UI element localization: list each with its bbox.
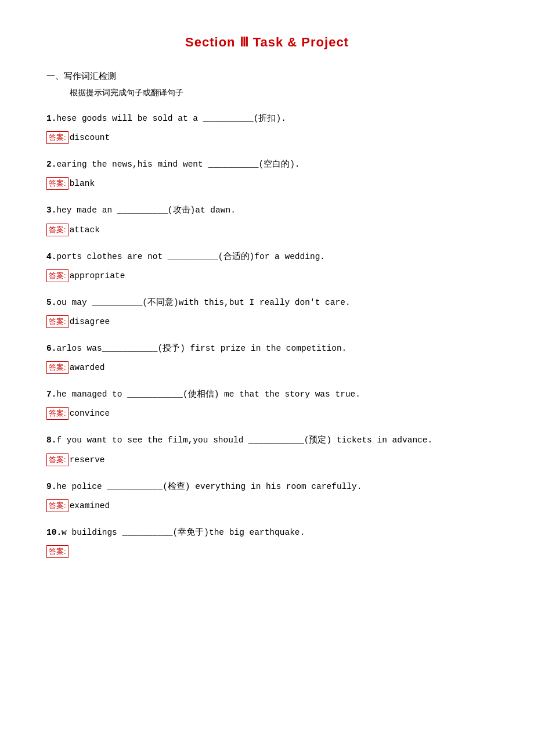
- question-block: 7.he managed to ___________(使相信) me that…: [46, 388, 488, 422]
- question-text: 8.f you want to see the film,you should …: [46, 434, 488, 447]
- question-number: 2.: [46, 160, 56, 169]
- question-number: 8.: [46, 435, 56, 445]
- question-text: 3.hey made an __________(攻击)at dawn.: [46, 204, 488, 217]
- question-number: 4.: [46, 252, 56, 261]
- question-block: 9.he police ___________(检查) everything i…: [46, 480, 488, 514]
- answer-tag: 答案:appropriate: [46, 269, 125, 282]
- question-block: 1.hese goods will be sold at a _________…: [46, 112, 488, 146]
- question-block: 3.hey made an __________(攻击)at dawn.答案:a…: [46, 204, 488, 238]
- question-text: 5.ou may __________(不同意)with this,but I …: [46, 296, 488, 309]
- answer-tag: 答案:awarded: [46, 361, 105, 374]
- answer-tag: 答案:discount: [46, 131, 110, 144]
- questions-container: 1.hese goods will be sold at a _________…: [46, 112, 488, 560]
- sub-instruction: 根据提示词完成句子或翻译句子: [70, 88, 488, 98]
- answer-value: awarded: [70, 363, 105, 372]
- question-text: 1.hese goods will be sold at a _________…: [46, 112, 488, 125]
- question-number: 9.: [46, 482, 56, 491]
- question-number: 6.: [46, 344, 56, 353]
- answer-value: blank: [70, 179, 95, 188]
- answer-label: 答案:: [46, 177, 68, 190]
- answer-value: examined: [70, 501, 110, 510]
- question-block: 8.f you want to see the film,you should …: [46, 434, 488, 468]
- answer-label: 答案:: [46, 545, 68, 558]
- answer-label: 答案:: [46, 269, 68, 282]
- answer-label: 答案:: [46, 315, 68, 328]
- question-text: 10.w buildings __________(幸免于)the big ea…: [46, 526, 488, 539]
- answer-label: 答案:: [46, 453, 68, 466]
- question-number: 10.: [46, 528, 62, 537]
- answer-label: 答案:: [46, 224, 68, 236]
- answer-label: 答案:: [46, 499, 68, 512]
- answer-value: appropriate: [70, 271, 125, 280]
- question-text: 7.he managed to ___________(使相信) me that…: [46, 388, 488, 401]
- question-block: 5.ou may __________(不同意)with this,but I …: [46, 296, 488, 330]
- section1-heading: 一、写作词汇检测: [46, 71, 488, 82]
- answer-tag: 答案:convince: [46, 407, 110, 420]
- answer-tag: 答案:disagree: [46, 315, 110, 328]
- question-number: 7.: [46, 390, 56, 399]
- answer-value: attack: [70, 225, 100, 235]
- page-title: Section Ⅲ Task & Project: [46, 35, 488, 50]
- question-number: 3.: [46, 206, 56, 215]
- answer-tag: 答案:: [46, 545, 70, 558]
- answer-tag: 答案:examined: [46, 499, 110, 512]
- question-text: 2.earing the news,his mind went ________…: [46, 158, 488, 171]
- question-text: 9.he police ___________(检查) everything i…: [46, 480, 488, 494]
- question-number: 5.: [46, 298, 56, 307]
- answer-value: convince: [70, 409, 110, 418]
- answer-value: reserve: [70, 455, 105, 465]
- answer-value: disagree: [70, 317, 110, 326]
- question-number: 1.: [46, 114, 56, 123]
- answer-tag: 答案:blank: [46, 177, 95, 190]
- answer-value: discount: [70, 133, 110, 142]
- answer-tag: 答案:attack: [46, 224, 100, 236]
- answer-label: 答案:: [46, 361, 68, 374]
- answer-label: 答案:: [46, 131, 68, 144]
- question-block: 6.arlos was___________(授予) first prize i…: [46, 342, 488, 376]
- question-text: 6.arlos was___________(授予) first prize i…: [46, 342, 488, 355]
- answer-tag: 答案:reserve: [46, 453, 105, 466]
- question-block: 10.w buildings __________(幸免于)the big ea…: [46, 526, 488, 560]
- question-text: 4.ports clothes are not __________(合适的)f…: [46, 250, 488, 264]
- question-block: 4.ports clothes are not __________(合适的)f…: [46, 250, 488, 285]
- question-block: 2.earing the news,his mind went ________…: [46, 158, 488, 192]
- answer-label: 答案:: [46, 407, 68, 420]
